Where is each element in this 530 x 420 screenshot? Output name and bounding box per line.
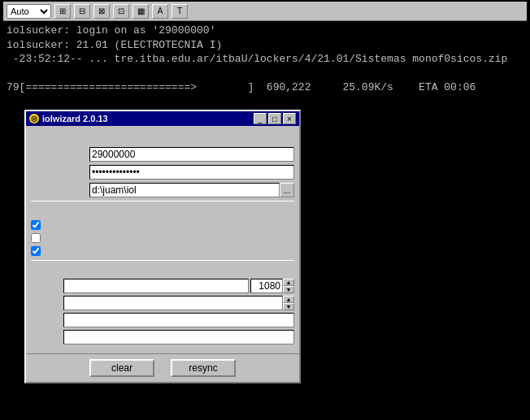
port-spinner: ▲ ▼ <box>283 279 294 293</box>
toolbar-btn-4[interactable]: ⊡ <box>113 4 129 19</box>
proxy-pass-row: Pass: <box>31 330 294 344</box>
title-buttons: _ □ × <box>254 113 296 124</box>
wizard-icon: ◎ <box>29 114 39 123</box>
proxy-host-input[interactable] <box>63 279 249 293</box>
proxy-host-group: ▲ ▼ <box>63 279 294 293</box>
toolbar: Auto ⊞ ⊟ ⊠ ⊡ ▦ A T <box>3 2 527 21</box>
toolbar-btn-2[interactable]: ⊟ <box>74 4 90 19</box>
proxy-user-label: User: <box>31 314 63 326</box>
close-button[interactable]: × <box>283 113 296 124</box>
proxy-type-input[interactable] <box>63 296 283 310</box>
password-input[interactable] <box>89 165 294 180</box>
dialog-titlebar: ◎ iolwizard 2.0.13 _ □ × <box>26 111 299 126</box>
minimize-button[interactable]: _ <box>254 113 267 124</box>
proxy-user-group <box>63 313 294 327</box>
proxy-host-row: Host: ▲ ▼ <box>31 279 294 293</box>
proxy-port-input[interactable] <box>250 279 283 293</box>
dialog-title: iolwizard 2.0.13 <box>42 114 108 123</box>
fancy-names-checkbox[interactable] <box>31 233 41 243</box>
repository-input[interactable] <box>89 183 280 197</box>
toolbar-btn-7[interactable]: T <box>172 4 188 19</box>
password-label: Password: <box>31 167 89 178</box>
proxy-pass-group <box>63 330 294 344</box>
toolbar-btn-1[interactable]: ⊞ <box>54 4 71 19</box>
proxy-user-input[interactable] <box>63 313 294 327</box>
type-spinner: ▲ ▼ <box>283 296 294 310</box>
repository-label: Repository: <box>31 184 89 196</box>
dry-run-row: Dry Run <box>31 219 294 231</box>
maximize-button[interactable]: □ <box>268 113 281 124</box>
user-input[interactable] <box>89 147 294 162</box>
type-down-button[interactable]: ▼ <box>283 303 294 310</box>
user-field-row: User: <box>31 147 294 162</box>
password-field-row: Password: <box>31 165 294 180</box>
toolbar-btn-6[interactable]: A <box>152 4 168 19</box>
dialog-body: Login User: Password: Repository: ... Ex… <box>26 126 299 350</box>
resync-foros-row: Resync Foros <box>31 245 294 257</box>
proxy-section-label: Proxy <box>31 264 294 275</box>
title-left: ◎ iolwizard 2.0.13 <box>29 114 108 123</box>
proxy-type-label: Type: <box>31 297 63 309</box>
port-down-button[interactable]: ▼ <box>283 286 294 293</box>
clear-button[interactable]: clear <box>89 359 154 377</box>
extra-section-label: Extra <box>31 205 294 216</box>
repository-input-group: ... <box>89 183 294 197</box>
user-label: User: <box>31 149 89 160</box>
fancy-names-row: Fancy Names <box>31 232 294 244</box>
repository-field-row: Repository: ... <box>31 183 294 197</box>
resync-foros-checkbox[interactable] <box>31 246 41 256</box>
type-up-button[interactable]: ▲ <box>283 296 294 303</box>
separator-1 <box>31 201 294 201</box>
resync-foros-label: Resync Foros <box>44 245 104 257</box>
separator-2 <box>31 260 294 261</box>
zoom-select[interactable]: Auto <box>7 4 51 19</box>
resync-button[interactable]: resync <box>171 359 236 377</box>
toolbar-btn-5[interactable]: ▦ <box>132 4 149 19</box>
button-bar: clear resync <box>26 353 299 382</box>
proxy-type-row: Type: ▲ ▼ <box>31 296 294 310</box>
proxy-pass-input[interactable] <box>63 330 294 344</box>
dry-run-label: Dry Run <box>44 219 80 231</box>
dry-run-checkbox[interactable] <box>31 220 41 230</box>
toolbar-btn-3[interactable]: ⊠ <box>93 4 110 19</box>
login-section-label: Login <box>31 132 294 144</box>
proxy-type-group: ▲ ▼ <box>63 296 294 310</box>
proxy-host-label: Host: <box>31 280 63 292</box>
proxy-pass-label: Pass: <box>31 331 63 343</box>
proxy-user-row: User: <box>31 313 294 327</box>
terminal-output: iolsucker: login on as '29000000' iolsuc… <box>3 21 527 97</box>
terminal-window: Auto ⊞ ⊟ ⊠ ⊡ ▦ A T iolsucker: login on a… <box>0 0 530 420</box>
fancy-names-label: Fancy Names <box>44 232 104 244</box>
browse-button[interactable]: ... <box>280 183 294 197</box>
iolwizard-dialog: ◎ iolwizard 2.0.13 _ □ × Login User: Pas… <box>24 110 301 383</box>
port-up-button[interactable]: ▲ <box>283 279 294 286</box>
